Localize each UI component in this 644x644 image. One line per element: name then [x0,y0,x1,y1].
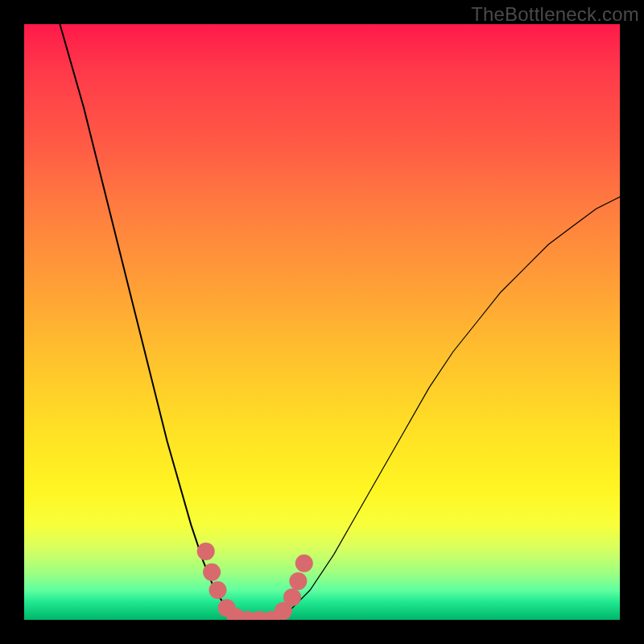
watermark-text: TheBottleneck.com [471,3,639,26]
highlight-dot [295,555,313,572]
chart-frame [24,24,620,620]
highlight-dot [197,543,215,560]
curve-group [60,24,620,620]
curve-bottleneck-curve-right [262,197,620,620]
curve-bottleneck-curve-left [60,24,238,620]
chart-svg [24,24,620,620]
marker-group [197,543,313,620]
highlight-dot [289,572,307,590]
highlight-dot [283,588,301,606]
highlight-dot [209,581,227,599]
highlight-dot [203,564,221,581]
